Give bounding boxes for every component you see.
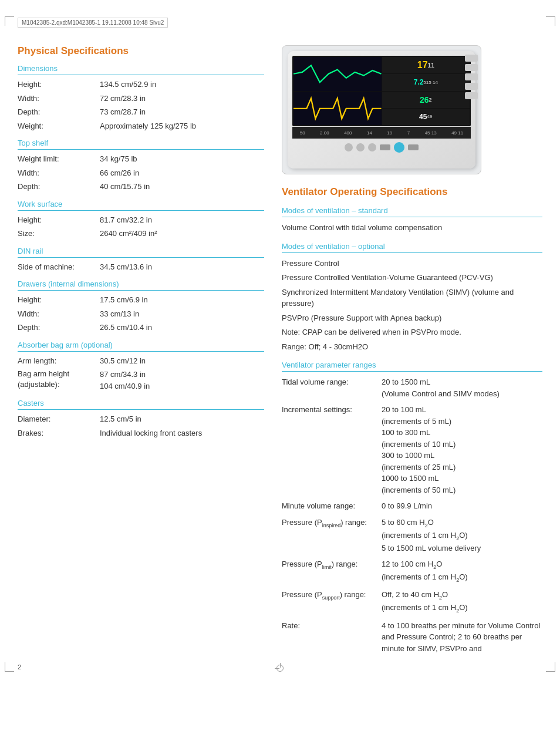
btn-3	[368, 143, 376, 151]
left-column: Physical Specifications Dimensions Heigh…	[18, 45, 264, 659]
val-17: 17 11	[382, 57, 470, 73]
caster-diameter-value: 12.5 cm/5 in	[100, 413, 141, 425]
ws-size-row: Size: 2640 cm²/409 in²	[18, 228, 264, 240]
center-mark-bottom	[276, 665, 284, 672]
right-column: 17 11 7.2 515 14 26 2 45 49 502.00400141…	[282, 45, 542, 659]
page-container: M1042385-2.qxd:M1042385-1 19.11.2008 10:…	[0, 12, 560, 676]
drawer-height-value: 17.5 cm/6.9 in	[100, 294, 148, 306]
bag-arm-height-value: 87 cm/34.3 in104 cm/40.9 in	[100, 369, 150, 392]
header-text: M1042385-2.qxd:M1042385-1 19.11.2008 10:…	[22, 19, 164, 26]
shelf-depth-value: 40 cm/15.75 in	[100, 181, 150, 193]
modes-optional-item-4: PSVPro (Pressure Support with Apnea back…	[282, 312, 542, 324]
btn-rect-2	[408, 144, 419, 150]
wave-1	[294, 57, 382, 91]
caster-diameter-row: Diameter: 12.5 cm/5 in	[18, 413, 264, 425]
modes-optional-item-1: Pressure Control	[282, 258, 542, 270]
modes-optional-item-2: Pressure Controlled Ventilation-Volume G…	[282, 272, 542, 284]
tidal-volume-value: 20 to 1500 mL(Volume Control and SIMV mo…	[382, 376, 542, 399]
caster-brakes-value: Individual locking front casters	[100, 427, 202, 439]
height-label: Height:	[18, 79, 100, 90]
val-45: 45 49	[382, 109, 470, 125]
depth-value: 73 cm/28.7 in	[100, 106, 146, 118]
pressure-support-value: Off, 2 to 40 cm H2O(increments of 1 cm H…	[382, 589, 542, 615]
modes-standard-item-1: Volume Control with tidal volume compens…	[282, 222, 542, 234]
work-surface-heading: Work surface	[18, 200, 264, 211]
side-btn-4	[465, 83, 478, 90]
rate-value: 4 to 100 breaths per minute for Volume C…	[382, 620, 542, 655]
right-side-buttons	[465, 55, 478, 99]
pressure-inspired-value: 5 to 60 cm H2O(increments of 1 cm H2O)5 …	[382, 517, 542, 554]
btn-1	[345, 143, 353, 151]
shelf-width-row: Width: 66 cm/26 in	[18, 167, 264, 179]
dimensions-heading: Dimensions	[18, 64, 264, 75]
ws-size-label: Size:	[18, 228, 100, 240]
absorber-bag-heading: Absorber bag arm (optional)	[18, 341, 264, 352]
crop-mark-br	[546, 662, 555, 672]
drawers-heading: Drawers (internal dimensions)	[18, 279, 264, 291]
shelf-width-value: 66 cm/26 in	[100, 167, 139, 179]
screen-bottom-bar: 502.004001419745 1349 11	[292, 127, 471, 139]
casters-heading: Casters	[18, 399, 264, 410]
side-btn-5	[465, 92, 478, 99]
ws-height-label: Height:	[18, 214, 100, 226]
modes-optional-note: Note: CPAP can be delivered when in PSVP…	[282, 326, 542, 338]
minute-volume-value: 0 to 99.9 L/min	[382, 500, 542, 512]
weight-label: Weight:	[18, 120, 100, 132]
arm-length-row: Arm length: 30.5 cm/12 in	[18, 355, 264, 367]
shelf-width-label: Width:	[18, 167, 100, 179]
tidal-volume-label: Tidal volume range:	[282, 376, 382, 399]
pressure-inspired-row: Pressure (Pinspired) range: 5 to 60 cm H…	[282, 517, 542, 554]
drawer-width-row: Width: 33 cm/13 in	[18, 308, 264, 320]
bag-arm-height-row: Bag arm height(adjustable): 87 cm/34.3 i…	[18, 369, 264, 392]
btn-teal	[394, 142, 404, 153]
incremental-value: 20 to 100 mL(increments of 5 mL)100 to 3…	[382, 404, 542, 496]
bag-arm-height-label: Bag arm height(adjustable):	[18, 369, 100, 392]
shelf-weight-label: Weight limit:	[18, 153, 100, 165]
shelf-weight-row: Weight limit: 34 kg/75 lb	[18, 153, 264, 165]
side-btn-3	[465, 73, 478, 80]
arm-length-label: Arm length:	[18, 355, 100, 367]
drawer-width-label: Width:	[18, 308, 100, 320]
drawer-height-label: Height:	[18, 294, 100, 306]
ventilator-specs-title: Ventilator Operating Specifications	[282, 186, 542, 198]
page-number: 2	[18, 663, 21, 671]
modes-optional-range: Range: Off; 4 - 30cmH2O	[282, 341, 542, 353]
pressure-inspired-label: Pressure (Pinspired) range:	[282, 517, 382, 554]
monitor-body: 17 11 7.2 515 14 26 2 45 49 502.00400141…	[288, 51, 475, 169]
drawer-depth-row: Depth: 26.5 cm/10.4 in	[18, 322, 264, 334]
width-row: Width: 72 cm/28.3 in	[18, 93, 264, 105]
physical-specs-title: Physical Specifications	[18, 45, 264, 57]
din-rail-heading: DIN rail	[18, 247, 264, 258]
shelf-weight-value: 34 kg/75 lb	[100, 153, 137, 165]
minute-volume-row: Minute volume range: 0 to 99.9 L/min	[282, 500, 542, 512]
tidal-volume-row: Tidal volume range: 20 to 1500 mL(Volume…	[282, 376, 542, 399]
val-26: 26 2	[382, 92, 470, 108]
side-btn-1	[465, 55, 478, 62]
ws-height-value: 81.7 cm/32.2 in	[100, 214, 152, 226]
monitor-image: 17 11 7.2 515 14 26 2 45 49 502.00400141…	[282, 45, 481, 174]
din-side-row: Side of machine: 34.5 cm/13.6 in	[18, 261, 264, 273]
incremental-label: Incremental settings:	[282, 404, 382, 496]
side-btn-2	[465, 64, 478, 71]
depth-label: Depth:	[18, 106, 100, 118]
drawer-depth-value: 26.5 cm/10.4 in	[100, 322, 152, 334]
btn-rect-1	[380, 144, 390, 150]
monitor-buttons	[345, 142, 419, 153]
height-row: Height: 134.5 cm/52.9 in	[18, 79, 264, 90]
rate-label: Rate:	[282, 620, 382, 655]
drawer-height-row: Height: 17.5 cm/6.9 in	[18, 294, 264, 306]
minute-volume-label: Minute volume range:	[282, 500, 382, 512]
shelf-depth-label: Depth:	[18, 181, 100, 193]
drawer-width-value: 33 cm/13 in	[100, 308, 139, 320]
weight-row: Weight: Approximately 125 kg/275 lb	[18, 120, 264, 132]
pressure-limit-label: Pressure (Plimit) range:	[282, 558, 382, 584]
top-shelf-heading: Top shelf	[18, 139, 264, 150]
width-value: 72 cm/28.3 in	[100, 93, 146, 105]
height-value: 134.5 cm/52.9 in	[100, 79, 156, 90]
parameter-ranges-heading: Ventilator parameter ranges	[282, 361, 542, 372]
pressure-support-label: Pressure (Psupport) range:	[282, 589, 382, 615]
pressure-limit-row: Pressure (Plimit) range: 12 to 100 cm H2…	[282, 558, 542, 584]
crop-mark-bl	[5, 662, 14, 672]
val-7-2: 7.2 515 14	[382, 74, 470, 90]
modes-standard-heading: Modes of ventilation – standard	[282, 206, 542, 217]
